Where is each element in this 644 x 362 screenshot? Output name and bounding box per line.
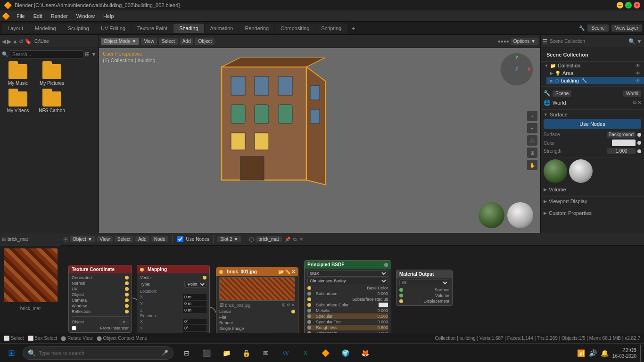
taskbar-mail[interactable]: ✉ (256, 345, 275, 362)
nav-forward-icon[interactable]: ▶ (7, 38, 11, 45)
search-input[interactable] (10, 50, 83, 58)
mapping-vector-out-socket[interactable] (203, 276, 206, 280)
maximize-button[interactable]: □ (625, 2, 632, 8)
browse-icon[interactable]: ⊞ (282, 303, 286, 307)
window-socket[interactable] (125, 304, 129, 308)
select-menu[interactable]: Select (159, 38, 178, 45)
roughness-socket[interactable] (307, 326, 311, 329)
strength-dot[interactable] (637, 149, 641, 153)
metallic-socket[interactable] (307, 309, 311, 313)
folder-my-videos[interactable]: My Videos (4, 91, 32, 113)
outliner-area[interactable]: ▶ 💡 Area 👁 (546, 69, 644, 77)
node-object-button[interactable]: Object ▼ (70, 236, 95, 242)
img-in-socket[interactable] (219, 270, 223, 274)
tab-shading[interactable]: Shading (173, 24, 204, 33)
delete-icon[interactable]: ✕ (299, 237, 303, 242)
taskbar-explorer[interactable]: 📁 (217, 345, 236, 362)
viewport-canvas[interactable]: X Y Z + − 🎥 ⊞ ✋ (99, 48, 540, 233)
world-delete-icon[interactable]: ✕ (637, 100, 641, 106)
bsdf-out-socket[interactable] (384, 263, 388, 267)
world-selector-row[interactable]: World (623, 90, 641, 97)
reflection-socket[interactable] (125, 310, 129, 313)
scene-selector[interactable]: Scene (587, 25, 608, 32)
texture-coordinate-node[interactable]: Texture Coordinate Generated Normal UV (68, 265, 132, 333)
copy-icon[interactable]: ⧉ (293, 237, 297, 242)
displace-in-socket[interactable] (399, 299, 403, 303)
tab-rendering[interactable]: Rendering (239, 24, 274, 33)
object-socket[interactable] (125, 293, 129, 296)
taskbar-search-bar[interactable]: 🔍 Type here to search 🎤 (23, 346, 173, 360)
surface-section-title[interactable]: ▼ Surface (544, 112, 641, 117)
mapping-in-socket[interactable] (140, 268, 144, 272)
loc-x-input[interactable] (183, 294, 206, 300)
normal-socket[interactable] (125, 281, 129, 285)
color-swatch[interactable] (612, 140, 636, 146)
grid-button[interactable]: ⊞ (527, 148, 537, 158)
rot-y-input[interactable] (183, 325, 206, 331)
specular-socket[interactable] (307, 314, 311, 318)
node-view-button[interactable]: View (97, 236, 113, 242)
taskbar-excel[interactable]: X (296, 345, 315, 362)
show-desktop-button[interactable] (640, 345, 642, 362)
taskbar-word[interactable]: W (276, 345, 295, 362)
strength-value[interactable]: 1.000 (607, 148, 636, 154)
img-open-icon[interactable]: 📂 (278, 269, 284, 274)
taskbar-edge[interactable]: ⬛ (197, 345, 216, 362)
loc-z-input[interactable] (183, 307, 206, 313)
network-icon[interactable]: 📶 (577, 349, 585, 357)
hand-tool-button[interactable]: ✋ (527, 160, 537, 170)
img-edit-icon[interactable]: ✏️ (285, 269, 290, 274)
visibility-icon[interactable]: 👁 (636, 63, 640, 68)
object-picker[interactable]: ▼ (119, 319, 129, 325)
subsurface-in-socket[interactable] (307, 292, 311, 296)
system-clock[interactable]: 22:06 16-03-2020 (612, 347, 636, 359)
3d-viewport[interactable]: User Perspective (1) Collection | buildi… (99, 48, 540, 233)
tab-uv-editing[interactable]: UV Editing (95, 24, 131, 33)
scene-selector-row[interactable]: Scene (553, 90, 571, 97)
spec-tint-socket[interactable] (307, 320, 311, 324)
outliner-collection[interactable]: ▼ 📁 Collection 👁 (541, 62, 644, 69)
slot-selector[interactable]: Slot 2 ▼ (217, 236, 241, 242)
tab-texture-paint[interactable]: Texture Paint (132, 24, 173, 33)
mode-selector[interactable]: Object Mode ▼ (101, 38, 139, 45)
view-menu[interactable]: View (141, 38, 157, 45)
menu-edit[interactable]: Edit (30, 12, 46, 20)
volume-section-title[interactable]: ▶ Volume (544, 187, 641, 192)
menu-render[interactable]: Render (47, 12, 72, 20)
surface-type-value[interactable]: Background (607, 132, 636, 138)
menu-help[interactable]: Help (99, 12, 118, 20)
add-workspace-button[interactable]: + (347, 23, 359, 34)
add-menu[interactable]: Add (180, 38, 194, 45)
world-copy-icon[interactable]: ⧉ (633, 100, 636, 106)
output-select[interactable]: All (399, 280, 449, 286)
taskbar-blender[interactable]: 🔶 (316, 345, 335, 362)
camera-button[interactable]: 🎥 (527, 135, 537, 146)
distribution-select[interactable]: GGX (307, 270, 388, 277)
sound-icon[interactable]: 🔊 (589, 349, 597, 357)
surface-dot[interactable] (637, 133, 641, 137)
start-button[interactable]: ⊞ (2, 345, 21, 362)
taskbar-store[interactable]: 🔒 (237, 345, 256, 362)
tab-compositing[interactable]: Compositing (275, 24, 315, 33)
view-layer-selector[interactable]: View Layer (611, 25, 642, 32)
unlink-icon[interactable]: ✕ (291, 303, 295, 307)
generated-socket[interactable] (125, 276, 129, 280)
uv-socket[interactable] (125, 287, 129, 291)
menu-window[interactable]: Window (73, 12, 99, 20)
viewport-display-section-title[interactable]: ▶ Viewport Display (544, 198, 641, 204)
view-grid-icon[interactable]: ⊞ (85, 51, 90, 58)
taskbar-firefox[interactable]: 🦊 (355, 345, 374, 362)
volume-in-socket[interactable] (399, 294, 403, 297)
filter-icon[interactable]: ▼ (91, 51, 97, 58)
object-menu[interactable]: Object (195, 38, 215, 45)
render-icon[interactable]: 🔧 (544, 90, 551, 97)
sub-rad-socket[interactable] (307, 297, 311, 301)
window-controls[interactable]: ─ □ ✕ (617, 2, 640, 8)
viewport-gizmo[interactable]: X Y Z (500, 53, 533, 86)
nav-back-icon[interactable]: ◀ (2, 38, 6, 45)
menu-file[interactable]: File (13, 12, 29, 20)
sub-col-socket[interactable] (307, 303, 311, 307)
minimize-button[interactable]: ─ (617, 2, 623, 8)
folder-my-pictures[interactable]: My Pictures (38, 64, 66, 86)
visibility-icon-area[interactable]: 👁 (636, 71, 640, 76)
